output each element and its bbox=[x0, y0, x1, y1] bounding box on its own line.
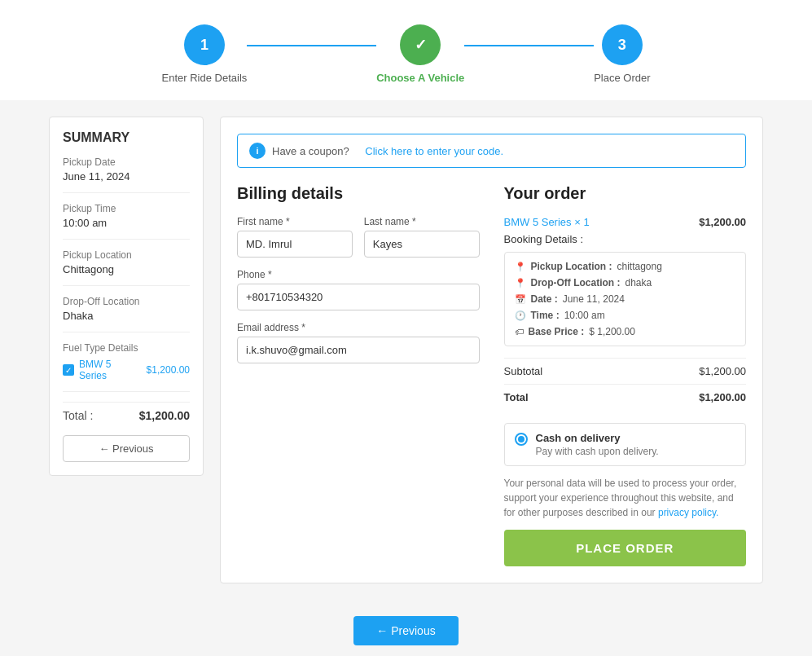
last-name-input[interactable] bbox=[364, 231, 480, 258]
step-line-2 bbox=[464, 45, 594, 46]
vehicle-name: BMW 5 Series × 1 bbox=[504, 216, 590, 228]
your-order-section: Your order BMW 5 Series × 1 $1,200.00 Bo… bbox=[504, 184, 747, 566]
vehicle-price: $1,200.00 bbox=[699, 216, 746, 228]
detail-price: 🏷 Base Price : $ 1,200.00 bbox=[515, 326, 736, 337]
fuel-checkbox-icon: ✓ bbox=[63, 364, 74, 376]
privacy-policy-link[interactable]: privacy policy. bbox=[658, 507, 718, 518]
privacy-text: Your personal data will be used to proce… bbox=[504, 476, 747, 520]
phone-input[interactable] bbox=[237, 284, 480, 310]
subtotal-value: $1,200.00 bbox=[699, 365, 746, 377]
summary-pickup-time-row: Pickup Time 10:00 am bbox=[63, 203, 190, 240]
first-name-input[interactable] bbox=[237, 231, 353, 258]
your-order-title: Your order bbox=[504, 184, 747, 203]
email-label: Email address * bbox=[237, 322, 480, 333]
dropoff-location-label: Drop-Off Location : bbox=[531, 277, 621, 288]
pickup-location-label: Pickup Location : bbox=[531, 261, 612, 272]
base-price-label: Base Price : bbox=[529, 326, 585, 337]
summary-title: SUMMARY bbox=[63, 130, 190, 145]
last-name-group: Last name * bbox=[364, 216, 480, 258]
summary-dropoff-row: Drop-Off Location Dhaka bbox=[63, 296, 190, 332]
subtotal-row: Subtotal $1,200.00 bbox=[504, 358, 747, 384]
step-3-label: Place Order bbox=[594, 72, 650, 84]
subtotal-label: Subtotal bbox=[504, 365, 543, 377]
summary-dropoff-value: Dhaka bbox=[63, 310, 190, 322]
fuel-vehicle-name: BMW 5 Series bbox=[79, 359, 142, 381]
step-1-label: Enter Ride Details bbox=[162, 72, 248, 84]
coupon-text: Have a coupon? bbox=[272, 145, 349, 157]
summary-fuel-row: Fuel Type Details ✓ BMW 5 Series $1,200.… bbox=[63, 342, 190, 392]
place-order-button[interactable]: PLACE ORDER bbox=[504, 530, 747, 566]
stepper: 1 Enter Ride Details ✓ Choose A Vehicle … bbox=[162, 24, 651, 84]
step-1-circle: 1 bbox=[184, 24, 225, 65]
step-3-circle: 3 bbox=[602, 24, 643, 65]
summary-fuel-label: Fuel Type Details bbox=[63, 342, 190, 354]
billing-section: Billing details First name * Last name *… bbox=[237, 184, 480, 566]
billing-title: Billing details bbox=[237, 184, 480, 203]
price-icon: 🏷 bbox=[515, 327, 524, 337]
date-label: Date : bbox=[531, 293, 558, 305]
booking-details-box: 📍 Pickup Location : chittagong 📍 Drop-Of… bbox=[504, 252, 747, 346]
total-order-row: Total $1,200.00 bbox=[504, 384, 747, 410]
coupon-banner: i Have a coupon? Click here to enter you… bbox=[237, 134, 746, 168]
vehicle-line: BMW 5 Series × 1 $1,200.00 bbox=[504, 216, 747, 228]
detail-dropoff: 📍 Drop-Off Location : dhaka bbox=[515, 277, 736, 288]
time-icon: 🕐 bbox=[515, 310, 526, 321]
fuel-item: ✓ BMW 5 Series $1,200.00 bbox=[63, 359, 190, 381]
payment-radio[interactable] bbox=[515, 433, 528, 446]
order-panel: i Have a coupon? Click here to enter you… bbox=[220, 117, 763, 583]
fuel-vehicle-price: $1,200.00 bbox=[147, 364, 190, 376]
booking-label: Booking Details : bbox=[504, 233, 747, 245]
step-2-circle: ✓ bbox=[400, 24, 441, 65]
summary-pickup-time-value: 10:00 am bbox=[63, 217, 190, 229]
summary-pickup-location-value: Chittagong bbox=[63, 263, 190, 275]
date-icon: 📅 bbox=[515, 294, 526, 305]
dropoff-location-value: dhaka bbox=[625, 277, 652, 288]
email-group: Email address * bbox=[237, 322, 480, 363]
payment-option: Cash on delivery Pay with cash upon deli… bbox=[504, 423, 747, 466]
first-name-label: First name * bbox=[237, 216, 353, 227]
email-input[interactable] bbox=[237, 337, 480, 363]
base-price-value: $ 1,200.00 bbox=[589, 326, 635, 337]
detail-pickup: 📍 Pickup Location : chittagong bbox=[515, 261, 736, 272]
step-2-label: Choose A Vehicle bbox=[376, 72, 464, 84]
payment-section: Cash on delivery Pay with cash upon deli… bbox=[504, 423, 747, 566]
phone-label: Phone * bbox=[237, 269, 480, 280]
payment-option-text: Cash on delivery Pay with cash upon deli… bbox=[536, 432, 659, 457]
detail-time: 🕐 Time : 10:00 am bbox=[515, 310, 736, 321]
bottom-previous-button[interactable]: ← Previous bbox=[353, 616, 458, 645]
payment-option-desc: Pay with cash upon delivery. bbox=[536, 446, 659, 457]
first-name-group: First name * bbox=[237, 216, 353, 258]
summary-pickup-time-label: Pickup Time bbox=[63, 203, 190, 214]
summary-total-label: Total : bbox=[63, 409, 93, 422]
summary-total-row: Total : $1,200.00 bbox=[63, 402, 190, 422]
summary-pickup-date-value: June 11, 2024 bbox=[63, 170, 190, 183]
coupon-link[interactable]: Click here to enter your code. bbox=[365, 145, 503, 157]
step-line-1 bbox=[247, 45, 376, 46]
dropoff-location-icon: 📍 bbox=[515, 278, 526, 288]
summary-pickup-date-label: Pickup Date bbox=[63, 156, 190, 168]
summary-dropoff-label: Drop-Off Location bbox=[63, 296, 190, 307]
detail-date: 📅 Date : June 11, 2024 bbox=[515, 293, 736, 305]
total-order-label: Total bbox=[504, 391, 529, 403]
phone-group: Phone * bbox=[237, 269, 480, 310]
last-name-label: Last name * bbox=[364, 216, 480, 227]
time-label: Time : bbox=[531, 310, 560, 321]
time-value: 10:00 am bbox=[564, 310, 605, 321]
pickup-location-icon: 📍 bbox=[515, 262, 526, 272]
stepper-container: 1 Enter Ride Details ✓ Choose A Vehicle … bbox=[0, 0, 812, 100]
sidebar-previous-button[interactable]: ← Previous bbox=[63, 435, 190, 462]
total-order-value: $1,200.00 bbox=[699, 391, 746, 403]
bottom-prev-container: ← Previous bbox=[0, 600, 812, 656]
pickup-location-value: chittagong bbox=[617, 261, 662, 272]
step-2: ✓ Choose A Vehicle bbox=[376, 24, 464, 84]
summary-panel: SUMMARY Pickup Date June 11, 2024 Pickup… bbox=[49, 117, 204, 476]
date-value: June 11, 2024 bbox=[563, 293, 625, 305]
name-form-row: First name * Last name * bbox=[237, 216, 480, 258]
payment-option-label: Cash on delivery bbox=[536, 432, 659, 444]
step-3: 3 Place Order bbox=[594, 24, 650, 84]
summary-total-value: $1,200.00 bbox=[139, 409, 190, 422]
step-1: 1 Enter Ride Details bbox=[162, 24, 248, 84]
summary-pickup-location-row: Pickup Location Chittagong bbox=[63, 249, 190, 286]
main-content: SUMMARY Pickup Date June 11, 2024 Pickup… bbox=[0, 100, 812, 600]
payment-radio-inner bbox=[518, 436, 525, 442]
